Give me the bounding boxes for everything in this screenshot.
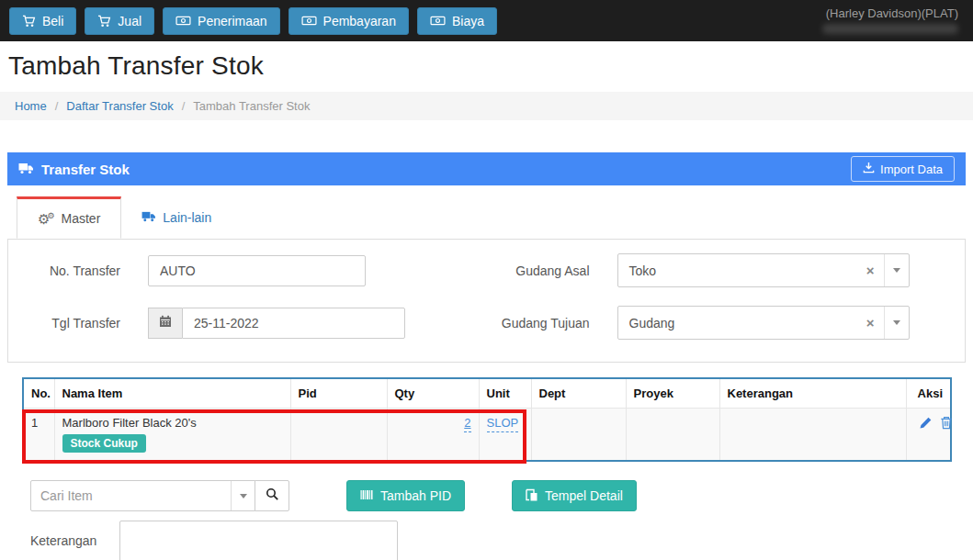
nav-button-label: Pembayaran (323, 14, 396, 28)
calendar-addon (148, 308, 182, 339)
panel-title: Transfer Stok (41, 162, 130, 177)
money-icon (175, 15, 191, 27)
form-group-tgl-transfer: Tgl Transfer (8, 306, 487, 340)
form-group-gudang-tujuan: Gudang Tujuan Gudang × (487, 306, 966, 340)
items-table: No. Nama Item Pid Qty Unit Dept Proyek K… (22, 377, 952, 462)
gudang-asal-label: Gudang Asal (487, 263, 590, 278)
tempel-detail-button[interactable]: Tempel Detail (512, 480, 637, 511)
tgl-transfer-input[interactable] (182, 308, 405, 339)
header-dept: Dept (531, 378, 626, 409)
cell-unit: SLOP (479, 409, 531, 462)
form-group-no-transfer: No. Transfer (8, 253, 487, 287)
delete-trash-icon[interactable] (940, 416, 953, 432)
cart-icon (97, 15, 111, 28)
import-data-button[interactable]: Import Data (851, 156, 955, 182)
item-entry-controls: Cari Item Tambah PID Tempel Detail (30, 480, 966, 511)
barcode-icon (360, 488, 373, 503)
gudang-asal-select[interactable]: Toko × (617, 253, 910, 287)
caret-down-icon (240, 494, 247, 498)
breadcrumb: Home / Daftar Transfer Stok / Tambah Tra… (0, 92, 973, 120)
money-icon (430, 15, 446, 27)
import-data-label: Import Data (880, 162, 943, 176)
nav-button-penerimaan[interactable]: Penerimaan (163, 7, 280, 35)
download-icon (863, 162, 875, 176)
cart-icon (22, 15, 36, 28)
cell-proyek (626, 409, 719, 462)
item-name: Marlboro Filter Black 20's (62, 416, 283, 430)
calendar-icon (159, 315, 172, 330)
cari-item-placeholder: Cari Item (31, 488, 231, 503)
tab-lain-lain[interactable]: Lain-lain (121, 196, 232, 239)
caret-down-icon (893, 320, 900, 325)
cell-keterangan (719, 409, 906, 462)
gudang-asal-value: Toko (618, 263, 857, 278)
search-icon (266, 487, 279, 504)
edit-pencil-icon[interactable] (919, 416, 933, 432)
unit-editable-link[interactable]: SLOP (487, 416, 519, 432)
nav-button-beli[interactable]: Beli (9, 7, 76, 35)
header-pid: Pid (290, 378, 387, 409)
stock-status-badge: Stock Cukup (62, 434, 146, 453)
nav-button-label: Penerimaan (198, 14, 267, 28)
nav-button-pembayaran[interactable]: Pembayaran (289, 7, 409, 35)
qty-editable-link[interactable]: 2 (464, 416, 470, 432)
tab-master[interactable]: ⚙⚙ Master (17, 196, 121, 239)
breadcrumb-separator: / (182, 99, 186, 113)
panel-header: Transfer Stok Import Data (7, 152, 966, 185)
dropdown-toggle[interactable] (231, 481, 255, 510)
top-navbar: Beli Jual Penerimaan Pembayaran Biaya (H… (0, 0, 973, 41)
panel-title-wrap: Transfer Stok (18, 162, 130, 177)
header-no: No. (23, 378, 54, 409)
nav-button-label: Beli (42, 14, 63, 28)
cell-no: 1 (23, 409, 54, 462)
header-unit: Unit (479, 378, 531, 409)
keterangan-label: Keterangan (30, 521, 119, 560)
cell-aksi (906, 409, 951, 462)
tab-master-label: Master (62, 211, 101, 226)
tab-bar: ⚙⚙ Master Lain-lain (17, 196, 966, 239)
table-header-row: No. Nama Item Pid Qty Unit Dept Proyek K… (23, 378, 951, 409)
clear-icon[interactable]: × (857, 315, 884, 330)
tambah-pid-button[interactable]: Tambah PID (346, 480, 465, 511)
tab-lain-lain-label: Lain-lain (163, 210, 211, 225)
caret-down-icon (893, 268, 900, 273)
cell-qty: 2 (387, 409, 479, 462)
dropdown-toggle[interactable] (884, 254, 909, 286)
form-group-gudang-asal: Gudang Asal Toko × (487, 253, 966, 287)
cell-pid (290, 409, 387, 462)
truck-icon (18, 162, 34, 177)
keterangan-textarea[interactable] (119, 521, 398, 560)
truck-icon (141, 210, 156, 225)
cell-nama-item: Marlboro Filter Black 20's Stock Cukup (54, 409, 290, 462)
header-qty: Qty (387, 378, 479, 409)
breadcrumb-home[interactable]: Home (15, 99, 47, 113)
nav-button-label: Biaya (452, 14, 484, 28)
breadcrumb-current: Tambah Transfer Stok (193, 99, 310, 113)
gudang-tujuan-value: Gudang (618, 316, 857, 330)
dropdown-toggle[interactable] (884, 307, 909, 339)
cari-item-select[interactable]: Cari Item (30, 480, 255, 511)
nav-button-jual[interactable]: Jual (85, 7, 154, 35)
header-proyek: Proyek (626, 378, 719, 409)
nav-button-label: Jual (118, 14, 141, 28)
items-table-wrap: No. Nama Item Pid Qty Unit Dept Proyek K… (22, 377, 951, 462)
master-tab-content: No. Transfer Gudang Asal Toko × Tgl Tran… (7, 239, 966, 363)
transfer-stok-panel: Transfer Stok Import Data ⚙⚙ Master Lain… (7, 152, 966, 560)
table-row: 1 Marlboro Filter Black 20's Stock Cukup… (23, 409, 951, 462)
nav-button-biaya[interactable]: Biaya (417, 7, 497, 35)
paste-icon (526, 488, 537, 504)
breadcrumb-daftar-transfer-stok[interactable]: Daftar Transfer Stok (66, 99, 173, 113)
no-transfer-label: No. Transfer (8, 263, 120, 278)
tempel-detail-label: Tempel Detail (545, 488, 623, 503)
header-nama-item: Nama Item (54, 378, 290, 409)
breadcrumb-separator: / (55, 99, 59, 113)
clear-icon[interactable]: × (857, 263, 884, 278)
keterangan-row: Keterangan (30, 521, 966, 560)
gudang-tujuan-select[interactable]: Gudang × (617, 306, 910, 340)
header-keterangan: Keterangan (719, 378, 906, 409)
gears-icon: ⚙⚙ (38, 211, 55, 227)
user-account-label: (Harley Davidson)(PLAT) (822, 6, 958, 21)
gudang-tujuan-label: Gudang Tujuan (487, 316, 590, 330)
no-transfer-input[interactable] (148, 255, 366, 286)
search-item-button[interactable] (255, 480, 289, 511)
